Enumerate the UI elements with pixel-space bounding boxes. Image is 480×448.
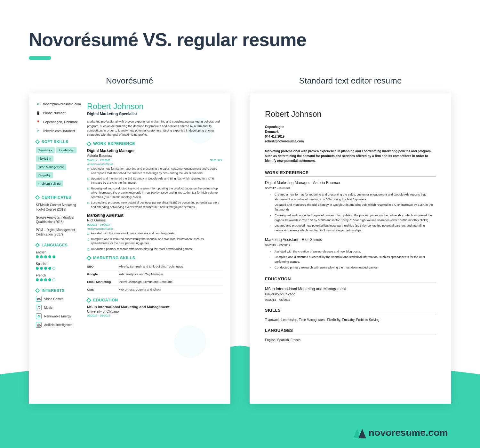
certificates-heading: CERTIFICATES — [36, 195, 82, 200]
std-job-bullet: Compiled and distributed successfully th… — [275, 255, 436, 264]
std-edu-degree: MS in International Marketing and Manage… — [265, 287, 436, 291]
standard-card: Robert Johnson CopenhagenDenmark044 412 … — [250, 93, 451, 404]
job-bullet: Updated and monitored the Bid Strategy i… — [87, 177, 222, 185]
novoresume-card: ✉robert@novoresume.com 📱Phone Number 📍Co… — [29, 93, 230, 404]
interest-icon: 🎵 — [36, 305, 42, 310]
interests-heading: INTERESTS — [36, 288, 82, 293]
resume-name: Robert Johnson — [87, 102, 222, 111]
std-job-block: Digital Marketing Manager - Astoria Baum… — [265, 180, 436, 233]
education-degree: MS in International Marketing and Manage… — [87, 305, 222, 309]
skill-tag: Flexibility — [36, 156, 53, 162]
logo-icon — [354, 427, 365, 438]
std-skills-heading: SKILLS — [265, 308, 436, 314]
language-item: French — [36, 274, 82, 282]
languages-heading: LANGUAGES — [36, 243, 82, 247]
job-bullet: Assisted with the creation of press rele… — [87, 231, 222, 236]
std-skills-text: Teamwork, Leadership, Time Management, F… — [265, 318, 436, 322]
interest-icon: 🎮 — [36, 296, 42, 302]
skill-tag: Time Management — [36, 164, 66, 170]
mail-icon: ✉ — [36, 102, 40, 106]
contact-location-text: Copenhagen, Denmark — [43, 120, 78, 124]
job-block: Marketing AssistantRiot Games02/2015 - 0… — [87, 213, 222, 251]
std-job-block: Marketing Assistant - Riot Games02/2015 … — [265, 237, 436, 270]
interest-item: ♻Renewable Energy — [36, 313, 82, 319]
marketing-skill-row: GoogleAds, Analytics and Tag Manager — [87, 270, 222, 278]
marketing-skill-row: SEOAhrefs, Semrush and Link-building Tec… — [87, 263, 222, 270]
accent-bar — [29, 56, 51, 60]
contact-email-text: robert@novoresume.com — [43, 102, 81, 106]
std-job-bullet: Created a new format for reporting and p… — [275, 192, 436, 202]
std-edu-dates: 06/2014 – 06/2016 — [265, 298, 436, 301]
std-summary: Marketing professional with proven exper… — [265, 149, 436, 163]
std-job-bullet: Conducted primary research with users pl… — [275, 265, 436, 270]
skill-tag: Teamwork — [36, 147, 55, 153]
std-languages-text: English, Spanish, French — [265, 338, 436, 342]
language-item: English — [36, 251, 82, 259]
marketing-skills-heading: MARKETING SKILLS — [87, 256, 222, 260]
skill-tag: Leadership — [56, 147, 76, 153]
job-bullet: Conducted primary research with users pl… — [87, 247, 222, 251]
job-bullet: Redesigned and conducted keyword researc… — [87, 187, 222, 199]
education-heading: EDUCATION — [87, 298, 222, 302]
std-name: Robert Johnson — [265, 109, 436, 119]
std-education-heading: EDUCATION — [265, 276, 436, 283]
contact-location: 📍Copenhagen, Denmark — [36, 120, 82, 124]
contact-phone: 📱Phone Number — [36, 111, 82, 115]
contact-email: ✉robert@novoresume.com — [36, 102, 82, 106]
std-contact-info: CopenhagenDenmark044 412 2019robert@novo… — [265, 124, 436, 144]
language-item: Spanish — [36, 262, 82, 270]
skill-tag: Empathy — [36, 172, 53, 178]
job-bullet: Compiled and distributed successfully th… — [87, 237, 222, 246]
std-edu-school: University of Chicago — [265, 292, 436, 296]
certificate-item: SEMrush Content Marketing Toolkit Course… — [36, 203, 82, 212]
skill-tag: Problem Solving — [36, 180, 63, 187]
std-work-heading: WORK EXPERIENCE — [265, 170, 436, 177]
contact-linkedin-text: linkedin.com/in/robert — [43, 129, 75, 133]
soft-skills-heading: SOFT SKILLS — [36, 140, 82, 144]
interest-item: 🎵Music — [36, 305, 82, 310]
job-block: Digital Marketing ManagerAstoria Baumax0… — [87, 148, 222, 209]
contact-linkedin: inlinkedin.com/in/robert — [36, 129, 82, 133]
soft-skills-tags: TeamworkLeadershipFlexibilityTime Manage… — [36, 147, 82, 189]
interest-item: 🤖Artificial Intelligence — [36, 322, 82, 328]
certificate-item: Google Analytics Individual Qualificatio… — [36, 215, 82, 224]
job-bullet: Created a new format for reporting and p… — [87, 167, 222, 175]
interest-icon: ♻ — [36, 313, 42, 319]
std-job-bullet: Located and proposed new potential busin… — [275, 223, 436, 233]
page-title: Novorésumé VS. regular resume — [29, 29, 451, 50]
education-school: University of Chicago — [87, 309, 222, 313]
phone-icon: 📱 — [36, 111, 40, 115]
resume-summary: Marketing professional with proven exper… — [87, 119, 222, 137]
marketing-skill-row: Email MarketingActiveCampaign, Litmus an… — [87, 278, 222, 286]
brand-logo: novoresume.com — [354, 427, 448, 438]
contact-phone-text: Phone Number — [43, 111, 66, 115]
certificate-item: PCM – Digital Management Certification (… — [36, 228, 82, 236]
linkedin-icon: in — [36, 129, 40, 133]
education-dates: 06/2013 - 06/2015 — [87, 314, 222, 317]
work-experience-heading: WORK EXPERIENCE — [87, 141, 222, 146]
std-job-bullet: Redesigned and conducted keyword researc… — [275, 213, 436, 222]
std-job-bullet: Assisted with the creation of press rele… — [275, 249, 436, 254]
interest-item: 🎮Video Games — [36, 296, 82, 302]
resume-title: Digital Marketing Specialist — [87, 112, 222, 116]
right-column-title: Standard text editor resume — [250, 76, 451, 86]
brand-text: novoresume.com — [369, 427, 448, 438]
std-languages-heading: LANGUAGES — [265, 328, 436, 334]
job-bullet: Located and proposed new potential busin… — [87, 201, 222, 209]
marketing-skill-row: CMSWordPress, Joomla and Ghost — [87, 286, 222, 293]
std-job-bullet: Updated and monitored the Bid Strategy i… — [275, 203, 436, 212]
interest-icon: 🤖 — [36, 322, 42, 328]
location-icon: 📍 — [36, 120, 40, 124]
left-column-title: Novorésumé — [29, 76, 230, 86]
